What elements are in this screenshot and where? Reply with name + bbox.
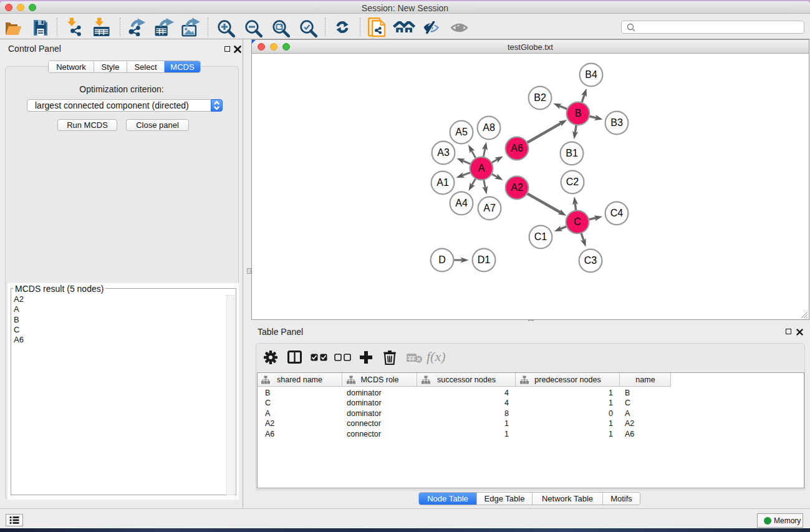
svg-text:A1: A1 xyxy=(436,177,449,188)
svg-text:B: B xyxy=(575,108,582,118)
svg-text:C3: C3 xyxy=(584,255,597,266)
svg-text:A6: A6 xyxy=(511,143,523,153)
svg-text:B2: B2 xyxy=(534,92,546,103)
svg-text:A7: A7 xyxy=(483,203,496,213)
svg-text:A2: A2 xyxy=(511,182,523,193)
svg-text:B4: B4 xyxy=(585,69,597,80)
svg-text:D1: D1 xyxy=(478,254,491,265)
svg-text:A5: A5 xyxy=(455,127,468,137)
svg-text:B3: B3 xyxy=(610,117,623,128)
svg-text:C: C xyxy=(574,216,581,227)
svg-text:B1: B1 xyxy=(566,148,578,158)
svg-text:A4: A4 xyxy=(455,198,468,208)
svg-text:A8: A8 xyxy=(483,122,495,133)
svg-text:C2: C2 xyxy=(566,177,579,187)
svg-text:D: D xyxy=(438,254,446,265)
svg-text:C4: C4 xyxy=(610,208,624,218)
svg-text:A: A xyxy=(478,163,485,173)
svg-text:C1: C1 xyxy=(534,231,547,242)
svg-text:A3: A3 xyxy=(437,147,450,158)
